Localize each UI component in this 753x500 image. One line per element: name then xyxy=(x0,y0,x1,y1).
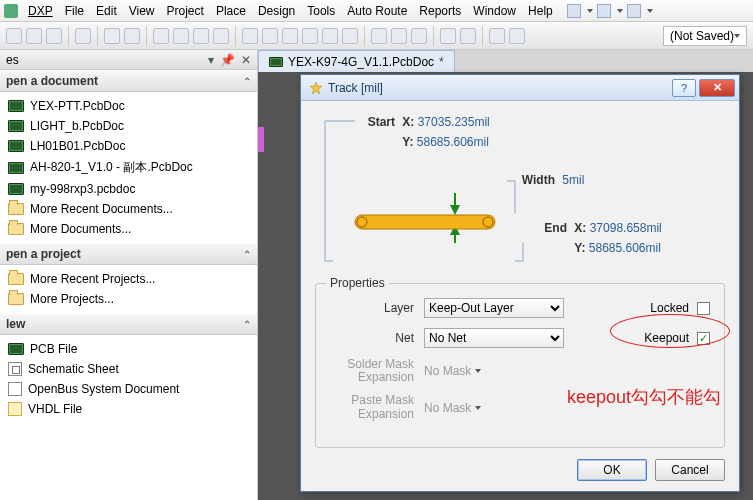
svg-point-7 xyxy=(357,217,367,227)
menu-reports[interactable]: Reports xyxy=(413,2,467,20)
net-select[interactable]: No Net xyxy=(424,328,564,348)
copy-icon[interactable] xyxy=(262,28,278,44)
pcb-doc-icon xyxy=(8,183,24,195)
chevron-down-icon[interactable] xyxy=(617,9,623,13)
svg-marker-0 xyxy=(310,82,322,94)
section-open-project[interactable]: pen a project⌃ xyxy=(0,243,257,265)
tool-icon[interactable] xyxy=(302,28,318,44)
redo-icon[interactable] xyxy=(460,28,476,44)
menu-window[interactable]: Window xyxy=(467,2,522,20)
properties-group: Properties Layer Keep-Out Layer Locked N… xyxy=(315,283,725,448)
new-vhdl[interactable]: VHDL File xyxy=(0,399,257,419)
main-toolbar: (Not Saved) xyxy=(0,22,753,50)
tool-icon[interactable] xyxy=(391,28,407,44)
ok-button[interactable]: OK xyxy=(577,459,647,481)
panel-tab-label[interactable]: es xyxy=(0,53,19,67)
more-projects[interactable]: More Projects... xyxy=(0,289,257,309)
new-pcb-file[interactable]: PCB File xyxy=(0,339,257,359)
dialog-close-button[interactable]: ✕ xyxy=(699,79,735,97)
toolbar-mini-icon[interactable] xyxy=(597,4,611,18)
recent-doc-item[interactable]: my-998rxp3.pcbdoc xyxy=(0,179,257,199)
svg-rect-6 xyxy=(355,215,495,229)
print-icon[interactable] xyxy=(75,28,91,44)
recent-doc-item[interactable]: YEX-PTT.PcbDoc xyxy=(0,96,257,116)
locked-checkbox[interactable] xyxy=(697,302,710,315)
chevron-down-icon xyxy=(475,369,481,373)
panel-close-icon[interactable]: ✕ xyxy=(241,53,251,67)
new-schematic[interactable]: Schematic Sheet xyxy=(0,359,257,379)
cut-icon[interactable] xyxy=(242,28,258,44)
cancel-button[interactable]: Cancel xyxy=(655,459,725,481)
tool-icon[interactable] xyxy=(489,28,505,44)
collapse-icon: ⌃ xyxy=(243,76,251,87)
net-label: Net xyxy=(330,331,424,345)
document-status-text: (Not Saved) xyxy=(670,29,734,43)
more-documents[interactable]: More Documents... xyxy=(0,219,257,239)
keepout-label: Keepout xyxy=(644,331,689,345)
layer-select[interactable]: Keep-Out Layer xyxy=(424,298,564,318)
keepout-checkbox[interactable] xyxy=(697,332,710,345)
tool-icon[interactable] xyxy=(509,28,525,44)
pcb-doc-icon xyxy=(269,57,283,67)
folder-icon xyxy=(8,203,24,215)
new-openbus[interactable]: OpenBus System Document xyxy=(0,379,257,399)
menu-design[interactable]: Design xyxy=(252,2,301,20)
pcb-doc-icon xyxy=(8,120,24,132)
tool-icon[interactable] xyxy=(411,28,427,44)
start-x-value[interactable]: 37035.235mil xyxy=(418,115,490,129)
tool-icon[interactable] xyxy=(213,28,229,44)
tool-icon[interactable] xyxy=(193,28,209,44)
menu-autoroute[interactable]: Auto Route xyxy=(341,2,413,20)
document-tab[interactable]: YEX-K97-4G_V1.1.PcbDoc * xyxy=(258,50,455,72)
more-recent-projects[interactable]: More Recent Projects... xyxy=(0,269,257,289)
menu-tools[interactable]: Tools xyxy=(301,2,341,20)
select-icon[interactable] xyxy=(322,28,338,44)
tool-icon[interactable] xyxy=(153,28,169,44)
menu-view[interactable]: View xyxy=(123,2,161,20)
section-new[interactable]: lew⌃ xyxy=(0,313,257,335)
document-status-combo[interactable]: (Not Saved) xyxy=(663,26,747,46)
chevron-down-icon[interactable] xyxy=(647,9,653,13)
locked-label: Locked xyxy=(650,301,689,315)
tool-icon[interactable] xyxy=(371,28,387,44)
files-panel: es ▾ 📌 ✕ pen a document⌃ YEX-PTT.PcbDoc … xyxy=(0,50,258,500)
tool-icon[interactable] xyxy=(342,28,358,44)
paste-icon[interactable] xyxy=(282,28,298,44)
menu-edit[interactable]: Edit xyxy=(90,2,123,20)
app-logo-icon xyxy=(4,4,18,18)
toolbar-mini-icon[interactable] xyxy=(627,4,641,18)
width-value[interactable]: 5mil xyxy=(562,173,584,187)
save-icon[interactable] xyxy=(46,28,62,44)
svg-marker-3 xyxy=(450,205,460,215)
folder-icon xyxy=(8,223,24,235)
chevron-down-icon[interactable] xyxy=(587,9,593,13)
panel-pin-icon[interactable]: 📌 xyxy=(220,53,235,67)
undo-icon[interactable] xyxy=(440,28,456,44)
soldermask-value: No Mask xyxy=(424,364,471,378)
menu-file[interactable]: File xyxy=(59,2,90,20)
new-icon[interactable] xyxy=(6,28,22,44)
tool-icon[interactable] xyxy=(173,28,189,44)
menu-dxp[interactable]: DXP xyxy=(22,2,59,20)
panel-dropdown-icon[interactable]: ▾ xyxy=(208,53,214,67)
start-y-value[interactable]: 58685.606mil xyxy=(417,135,489,149)
width-label: Width xyxy=(515,173,555,187)
preview-icon[interactable] xyxy=(104,28,120,44)
more-recent-documents[interactable]: More Recent Documents... xyxy=(0,199,257,219)
dialog-titlebar[interactable]: Track [mil] ? ✕ xyxy=(301,75,739,101)
open-icon[interactable] xyxy=(26,28,42,44)
menu-help[interactable]: Help xyxy=(522,2,559,20)
end-x-value[interactable]: 37098.658mil xyxy=(590,221,662,235)
recent-doc-item[interactable]: LIGHT_b.PcbDoc xyxy=(0,116,257,136)
end-y-value[interactable]: 58685.606mil xyxy=(589,241,661,255)
recent-doc-item[interactable]: AH-820-1_V1.0 - 副本.PcbDoc xyxy=(0,156,257,179)
section-open-document[interactable]: pen a document⌃ xyxy=(0,70,257,92)
pcb-doc-icon xyxy=(8,140,24,152)
zoom-icon[interactable] xyxy=(124,28,140,44)
menu-project[interactable]: Project xyxy=(161,2,210,20)
recent-doc-item[interactable]: LH01B01.PcbDoc xyxy=(0,136,257,156)
dialog-help-button[interactable]: ? xyxy=(672,79,696,97)
folder-icon xyxy=(8,273,24,285)
menu-place[interactable]: Place xyxy=(210,2,252,20)
toolbar-mini-icon[interactable] xyxy=(567,4,581,18)
